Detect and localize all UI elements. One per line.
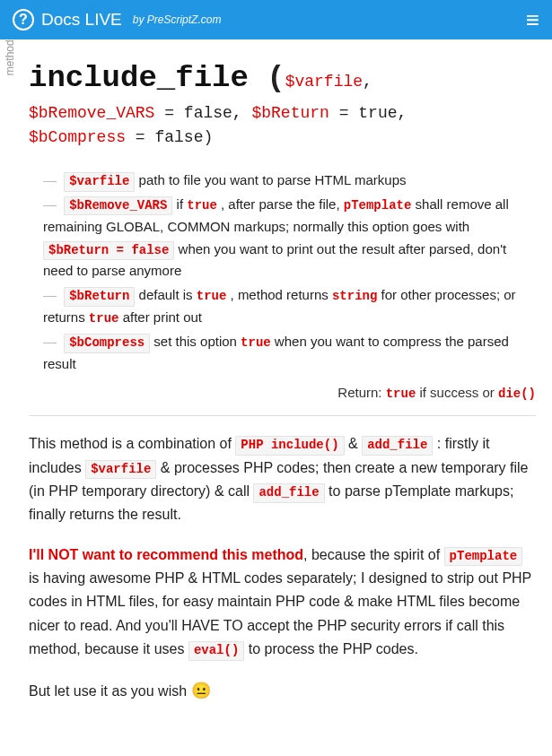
t: & [345, 436, 363, 451]
code-inline: true [197, 289, 227, 303]
param-row-1: — $varfile path to file you want to pars… [43, 169, 536, 192]
code-inline: true [241, 335, 271, 350]
description-para-2: I'll NOT want to recommend this method, … [29, 543, 536, 662]
header-left: ? Docs LIVE by PreScriptZ.com [13, 9, 221, 30]
t: But let use it as you wish [29, 683, 191, 699]
param-row-3: — $bReturn default is true , method retu… [43, 284, 536, 329]
method-signature: include_file ($varfile, $bRemove_VARS = … [29, 56, 536, 150]
method-side-label: method [0, 39, 20, 736]
paren-open: ( [249, 61, 285, 95]
byline: by PreScriptZ.com [133, 13, 222, 26]
t: , because the spirit of [303, 547, 444, 562]
description-body: This method is a combination of PHP incl… [29, 432, 536, 704]
param-row-2: — $bRemove_VARS if true , after parse th… [43, 194, 536, 282]
params-block: — $varfile path to file you want to pars… [29, 169, 536, 416]
t: to process the PHP codes. [244, 641, 418, 656]
dash-icon: — [43, 287, 57, 302]
code-inline: true [89, 311, 119, 326]
sig-param-4: $bCompress [29, 128, 126, 146]
content: include_file ($varfile, $bRemove_VARS = … [20, 39, 552, 736]
code-inline: true [386, 387, 416, 401]
code-inline: die() [498, 387, 536, 401]
sig-def-3: = true, [329, 104, 407, 122]
param-code: $bReturn [64, 287, 135, 307]
help-icon[interactable]: ? [13, 9, 34, 30]
sig-def-2: = false, [154, 104, 251, 122]
dash-icon: — [43, 196, 57, 212]
app-header: ? Docs LIVE by PreScriptZ.com ≡ [0, 0, 552, 39]
sig-param-3: $bReturn [251, 104, 329, 122]
code-box: PHP include() [235, 436, 344, 456]
code-box: eval() [188, 641, 244, 661]
code-box: add_file [253, 483, 324, 503]
param-code: $bCompress [64, 334, 150, 353]
return-label: Return: [337, 385, 385, 400]
main-area: method include_file ($varfile, $bRemove_… [0, 39, 552, 736]
dash-icon: — [43, 334, 57, 349]
sig-def-4: = false) [126, 128, 213, 146]
code-box: pTemplate [444, 547, 523, 567]
param-text: path to file you want to parse HTML mark… [135, 172, 406, 187]
sig-sep-1: , [363, 73, 372, 91]
method-name: include_file [29, 61, 249, 95]
code-box: $varfile [85, 460, 156, 480]
sig-param-2: $bRemove_VARS [29, 104, 154, 122]
code-box: add_file [362, 436, 433, 456]
code-box: $bReturn = false [43, 241, 174, 261]
param-code: $varfile [64, 172, 135, 192]
param-row-4: — $bCompress set this option true when y… [43, 331, 536, 376]
t: default is [135, 287, 196, 302]
app-title: Docs LIVE [41, 10, 122, 30]
t: if [172, 196, 187, 212]
t: set this option [150, 334, 241, 349]
code-inline: pTemplate [344, 198, 412, 213]
code-inline: true [187, 198, 217, 213]
t: if success or [416, 385, 498, 400]
t: This method is a combination of [29, 436, 235, 451]
code-inline: string [332, 289, 377, 303]
menu-icon[interactable]: ≡ [526, 8, 539, 31]
warning-text: I'll NOT want to recommend this method [29, 547, 303, 562]
return-line: Return: true if success or die() [43, 385, 536, 401]
t: after print out [118, 309, 202, 325]
description-para-3: But let use it as you wish 😐 [29, 678, 536, 705]
dash-icon: — [43, 172, 57, 187]
sig-param-1: $varfile [285, 73, 363, 91]
description-para-1: This method is a combination of PHP incl… [29, 432, 536, 527]
t: , after parse the file, [217, 196, 344, 212]
t: , method returns [226, 287, 332, 302]
param-code: $bRemove_VARS [64, 196, 172, 216]
emoji-icon: 😐 [191, 682, 211, 700]
